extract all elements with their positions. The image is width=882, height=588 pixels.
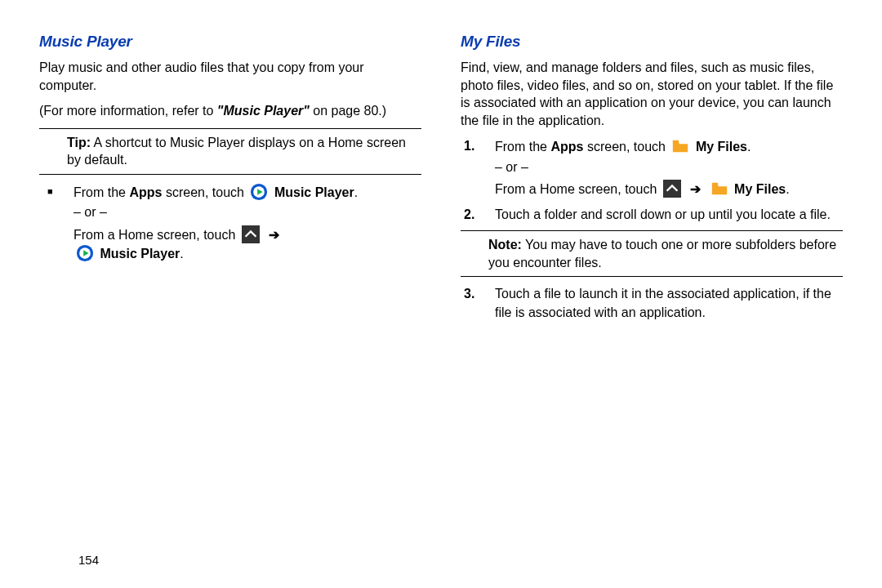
step-3: 3. Touch a file to launch it in the asso… xyxy=(461,285,843,322)
my-files-steps-cont: 3. Touch a file to launch it in the asso… xyxy=(461,285,843,322)
music-player-icon xyxy=(76,244,94,262)
apps-label: Apps xyxy=(129,185,162,199)
bullet-item: From the Apps screen, touch Music Player… xyxy=(39,183,421,264)
rule xyxy=(39,128,421,129)
arrow-icon: ➔ xyxy=(687,182,704,196)
note-block: Note: You may have to touch one or more … xyxy=(461,236,843,271)
app-label: My Files xyxy=(696,140,747,154)
step-2: 2. Touch a folder and scroll down or up … xyxy=(461,206,843,224)
step-body: From the Apps screen, touch My Files. – … xyxy=(495,137,843,198)
period: . xyxy=(786,182,789,196)
step-number: 2. xyxy=(461,206,495,224)
period: . xyxy=(180,247,183,261)
page-number: 154 xyxy=(78,553,99,567)
svg-rect-7 xyxy=(673,140,679,144)
music-player-icon xyxy=(250,183,268,201)
note-body: You may have to touch one or more subfol… xyxy=(488,238,836,270)
svg-rect-8 xyxy=(663,180,681,198)
step-body: Touch a folder and scroll down or up unt… xyxy=(495,206,843,224)
ref-post: on page 80.) xyxy=(310,104,386,118)
apps-up-icon xyxy=(242,225,260,243)
arrow-icon: ➔ xyxy=(265,228,283,242)
rule xyxy=(461,276,843,277)
my-files-steps: 1. From the Apps screen, touch My Files.… xyxy=(461,137,843,224)
or-line: – or – xyxy=(74,203,421,221)
apps-up-icon xyxy=(663,180,681,198)
t: From a Home screen, touch xyxy=(74,228,239,242)
t: screen, touch xyxy=(162,185,247,199)
music-player-desc: Play music and other audio files that yo… xyxy=(39,59,421,94)
step-number: 1. xyxy=(461,137,495,198)
heading-music-player: Music Player xyxy=(39,33,421,51)
period: . xyxy=(747,140,751,154)
right-column: My Files Find, view, and manage folders … xyxy=(461,33,843,328)
app-label: Music Player xyxy=(274,185,354,199)
note-lead: Note: xyxy=(488,238,522,252)
rule xyxy=(461,230,843,231)
svg-rect-3 xyxy=(242,225,260,243)
tip-lead: Tip: xyxy=(67,136,91,149)
ref-pre: (For more information, refer to xyxy=(39,104,217,118)
folder-icon xyxy=(710,180,728,198)
my-files-desc: Find, view, and manage folders and files… xyxy=(461,59,843,129)
apps-label: Apps xyxy=(550,140,583,154)
bullet-body: From the Apps screen, touch Music Player… xyxy=(74,183,421,264)
ref-link: "Music Player" xyxy=(217,104,310,118)
t: From the xyxy=(495,140,550,154)
step-number: 3. xyxy=(461,285,495,322)
t: From a Home screen, touch xyxy=(495,182,661,196)
music-player-ref: (For more information, refer to "Music P… xyxy=(39,102,421,120)
folder-icon xyxy=(671,137,689,155)
left-column: Music Player Play music and other audio … xyxy=(39,33,421,328)
t: screen, touch xyxy=(583,140,669,154)
svg-rect-9 xyxy=(711,183,717,186)
tip-body: A shortcut to Music Player displays on a… xyxy=(67,136,406,167)
tip-block: Tip: A shortcut to Music Player displays… xyxy=(39,134,421,169)
or-line: – or – xyxy=(495,158,843,176)
manual-page: Music Player Play music and other audio … xyxy=(0,0,882,328)
rule xyxy=(39,174,421,175)
square-bullet-icon xyxy=(39,183,74,264)
period: . xyxy=(354,185,358,199)
music-player-steps: From the Apps screen, touch Music Player… xyxy=(39,183,421,264)
app-label: Music Player xyxy=(100,247,180,261)
t: From the xyxy=(74,185,129,199)
step-1: 1. From the Apps screen, touch My Files.… xyxy=(461,137,843,198)
app-label: My Files xyxy=(734,182,786,196)
heading-my-files: My Files xyxy=(461,33,843,51)
step-body: Touch a file to launch it in the associa… xyxy=(495,285,843,322)
